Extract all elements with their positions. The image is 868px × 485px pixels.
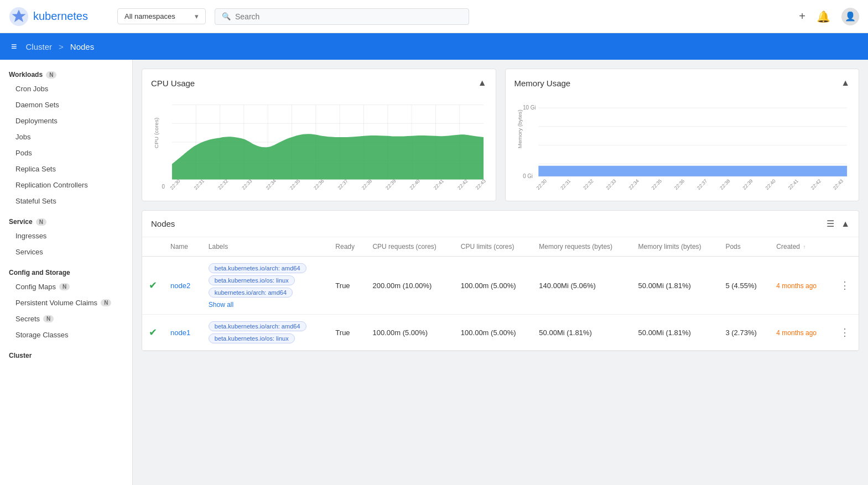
svg-rect-43 <box>538 166 847 176</box>
node2-created-link[interactable]: 4 months ago <box>776 282 817 290</box>
sidebar-item-replication-controllers[interactable]: Replication Controllers <box>0 177 132 193</box>
node1-link[interactable]: node1 <box>170 328 190 337</box>
cpu-usage-card: CPU Usage ▲ CPU (cores) 0 <box>142 69 496 201</box>
sidebar-item-storage-classes[interactable]: Storage Classes <box>0 327 132 343</box>
node1-ready: True <box>329 315 366 351</box>
node2-show-all-link[interactable]: Show all <box>209 301 323 309</box>
node2-menu-button[interactable]: ⋮ <box>838 277 852 294</box>
sidebar-item-config-maps[interactable]: Config Maps N <box>0 279 132 295</box>
nodes-card-header: Nodes ☰ ▲ <box>142 211 859 237</box>
sidebar-item-jobs[interactable]: Jobs <box>0 129 132 145</box>
svg-text:10 Gi: 10 Gi <box>523 105 536 111</box>
svg-text:22:39: 22:39 <box>384 178 397 191</box>
notifications-button[interactable]: 🔔 <box>817 10 830 23</box>
node1-actions-cell: ⋮ <box>831 315 859 351</box>
svg-text:Memory (bytes): Memory (bytes) <box>517 109 523 148</box>
svg-text:22:36: 22:36 <box>673 178 685 191</box>
sidebar-item-services[interactable]: Services <box>0 244 132 260</box>
col-actions <box>831 237 859 257</box>
sidebar-toggle-icon[interactable]: ≡ <box>11 41 17 53</box>
node1-ready-icon: ✔ <box>149 327 157 338</box>
svg-text:22:34: 22:34 <box>265 178 277 191</box>
cpu-chart-svg: CPU (cores) 0 <box>151 92 487 192</box>
nodes-collapse-button[interactable]: ▲ <box>841 219 850 229</box>
app-name: kubernetes <box>33 10 88 23</box>
memory-usage-card: Memory Usage ▲ Memory (bytes) 10 Gi 0 Gi <box>505 69 860 201</box>
namespace-dropdown[interactable]: All namespaces ▾ <box>117 8 206 24</box>
node2-label-0: beta.kubernetes.io/arch: amd64 <box>209 263 306 273</box>
nodes-filter-button[interactable]: ☰ <box>827 218 834 229</box>
node1-mem-requests: 50.00Mi (1.81%) <box>532 315 631 351</box>
memory-chart-svg: Memory (bytes) 10 Gi 0 Gi 22:30 22: <box>514 92 850 192</box>
col-ready: Ready <box>329 237 366 257</box>
svg-text:22:32: 22:32 <box>217 178 229 191</box>
nodes-table-body: ✔ node2 beta.kubernetes.io/arch: amd64 b… <box>142 257 859 351</box>
avatar-button[interactable]: 👤 <box>841 8 859 25</box>
sidebar-item-pods[interactable]: Pods <box>0 145 132 161</box>
svg-text:22:43: 22:43 <box>831 178 844 191</box>
cpu-chart-collapse-button[interactable]: ▲ <box>478 78 487 88</box>
nodes-title: Nodes <box>151 219 175 228</box>
main-layout: Workloads N Cron Jobs Daemon Sets Deploy… <box>0 60 868 485</box>
node1-menu-button[interactable]: ⋮ <box>838 324 852 341</box>
svg-text:22:35: 22:35 <box>289 178 301 191</box>
cpu-chart-header: CPU Usage ▲ <box>151 78 487 88</box>
svg-text:22:40: 22:40 <box>409 178 421 191</box>
svg-text:22:37: 22:37 <box>696 178 708 191</box>
sidebar-item-deployments[interactable]: Deployments <box>0 113 132 129</box>
svg-text:22:38: 22:38 <box>361 178 373 191</box>
col-labels: Labels <box>202 237 329 257</box>
sidebar-item-ingresses[interactable]: Ingresses <box>0 228 132 244</box>
node1-label-1: beta.kubernetes.io/os: linux <box>209 333 295 343</box>
sidebar-item-cron-jobs[interactable]: Cron Jobs <box>0 81 132 97</box>
svg-text:22:31: 22:31 <box>559 178 571 191</box>
node1-cpu-requests: 100.00m (5.00%) <box>366 315 454 351</box>
node2-cpu-limits: 100.00m (5.00%) <box>454 257 533 315</box>
node2-mem-limits: 50.00Mi (1.81%) <box>632 257 719 315</box>
main-content: CPU Usage ▲ CPU (cores) 0 <box>133 60 868 485</box>
node1-created-link[interactable]: 4 months ago <box>776 329 817 337</box>
svg-text:22:30: 22:30 <box>535 178 547 191</box>
sidebar-item-replica-sets[interactable]: Replica Sets <box>0 161 132 177</box>
sidebar-item-pvc[interactable]: Persistent Volume Claims N <box>0 295 132 311</box>
node2-label-2: kubernetes.io/arch: amd64 <box>209 288 293 298</box>
node1-labels-cell: beta.kubernetes.io/arch: amd64 beta.kube… <box>202 315 329 351</box>
kubernetes-logo-icon <box>9 7 29 27</box>
svg-text:22:41: 22:41 <box>433 178 445 191</box>
node1-label-0: beta.kubernetes.io/arch: amd64 <box>209 321 306 331</box>
node1-cpu-limits: 100.00m (5.00%) <box>454 315 533 351</box>
table-row: ✔ node1 beta.kubernetes.io/arch: amd64 b… <box>142 315 859 351</box>
col-name[interactable]: Name <box>164 237 202 257</box>
svg-text:22:38: 22:38 <box>719 178 731 191</box>
col-created[interactable]: Created ↑ <box>770 237 831 257</box>
node2-pods: 5 (4.55%) <box>719 257 770 315</box>
svg-text:22:36: 22:36 <box>313 178 325 191</box>
search-bar: 🔍 <box>215 8 469 25</box>
cpu-chart-title: CPU Usage <box>151 79 195 88</box>
chevron-down-icon: ▾ <box>195 12 199 20</box>
breadcrumb-current: Nodes <box>70 42 94 51</box>
svg-text:22:40: 22:40 <box>764 178 776 191</box>
svg-text:0: 0 <box>162 184 165 190</box>
sidebar: Workloads N Cron Jobs Daemon Sets Deploy… <box>0 60 133 485</box>
search-input[interactable] <box>235 12 462 21</box>
breadcrumb-cluster-link[interactable]: Cluster <box>26 42 53 51</box>
sidebar-item-stateful-sets[interactable]: Stateful Sets <box>0 193 132 209</box>
add-button[interactable]: + <box>799 10 805 23</box>
node2-created: 4 months ago <box>770 257 831 315</box>
pvc-badge: N <box>101 299 111 306</box>
sidebar-section-config-storage: Config and Storage <box>0 264 132 279</box>
workloads-badge: N <box>46 71 56 79</box>
svg-text:22:39: 22:39 <box>741 178 753 191</box>
col-mem-requests: Memory requests (bytes) <box>532 237 631 257</box>
node2-link[interactable]: node2 <box>170 281 190 290</box>
sidebar-item-daemon-sets[interactable]: Daemon Sets <box>0 97 132 113</box>
svg-text:22:37: 22:37 <box>337 178 349 191</box>
col-cpu-requests: CPU requests (cores) <box>366 237 454 257</box>
memory-chart-collapse-button[interactable]: ▲ <box>841 78 850 88</box>
svg-text:22:42: 22:42 <box>809 178 822 191</box>
sidebar-item-secrets[interactable]: Secrets N <box>0 311 132 327</box>
avatar-icon: 👤 <box>841 8 859 25</box>
cpu-chart-svg-wrap: CPU (cores) 0 <box>151 92 487 192</box>
created-sort-icon: ↑ <box>803 244 805 250</box>
